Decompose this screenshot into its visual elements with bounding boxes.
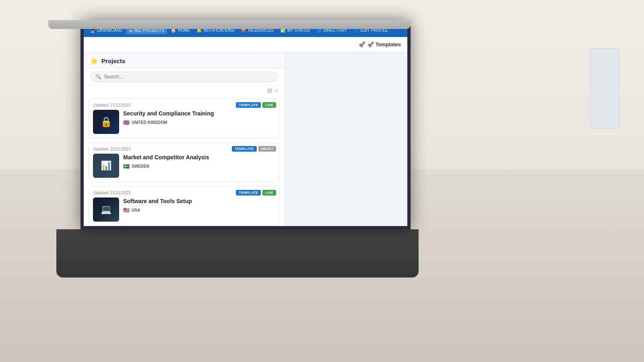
filter-row: ⊟ ↕ — [84, 86, 285, 95]
country-row-2: 🇸🇪 SWEDEN — [123, 163, 275, 169]
card-body-3: 💻 Software and Tools Setup 🇺🇸 USA — [93, 197, 275, 222]
card-badges-software: TEMPLATE LIVE — [236, 190, 276, 195]
projects-header: ⭐ Projects — [84, 52, 285, 68]
card-title-2: Market and Competitor Analysis — [123, 154, 275, 161]
filter-icon[interactable]: ⊟ — [267, 87, 272, 94]
project-card-software[interactable]: TEMPLATE LIVE Updated: 21/11/2023 💻 Soft… — [89, 186, 280, 226]
search-bar: 🔍 — [84, 68, 285, 86]
templates-button[interactable]: 🚀 🚀 Templates — [359, 41, 401, 47]
laptop-base — [48, 20, 411, 29]
project-card-market[interactable]: TEMPLATE DRAFT Updated: 21/11/2023 📊 Mar… — [89, 142, 280, 182]
country-row-3: 🇺🇸 USA — [123, 207, 275, 213]
badge-template-3: TEMPLATE — [236, 190, 261, 195]
card-badges-security: TEMPLATE LIVE — [236, 102, 276, 108]
flag-usa: 🇺🇸 — [123, 207, 130, 213]
country-label-1: UNITED KINGDOM — [132, 120, 167, 125]
sort-icon[interactable]: ↕ — [275, 87, 278, 94]
badge-live-3: LIVE — [262, 190, 276, 195]
star-icon: ⭐ — [90, 57, 98, 65]
flag-uk: 🇬🇧 — [123, 119, 130, 125]
thumbnail-security: 🔒 — [93, 110, 119, 134]
keyboard-area — [56, 229, 419, 278]
search-icon: 🔍 — [95, 74, 101, 80]
country-label-2: SWEDEN — [132, 164, 149, 169]
thumbnail-market: 📊 — [93, 154, 119, 178]
country-label-3: USA — [132, 208, 140, 212]
search-wrapper[interactable]: 🔍 — [90, 72, 278, 82]
badge-template-1: TEMPLATE — [236, 102, 261, 108]
country-row-1: 🇬🇧 UNITED KINGDOM — [123, 119, 275, 125]
badge-live-1: LIVE — [262, 102, 276, 108]
card-title-3: Software and Tools Setup — [123, 197, 275, 205]
badge-template-2: TEMPLATE — [232, 146, 257, 152]
secondary-header: 🚀 🚀 Templates — [84, 37, 407, 52]
projects-title: Projects — [101, 58, 125, 64]
card-badges-market: TEMPLATE DRAFT — [232, 146, 276, 152]
thumbnail-software: 💻 — [93, 197, 119, 222]
glass-decoration — [590, 48, 620, 129]
card-body-1: 🔒 Security and Compliance Training 🇬🇧 UN… — [93, 110, 275, 134]
card-info-1: Security and Compliance Training 🇬🇧 UNIT… — [123, 110, 275, 125]
card-body-2: 📊 Market and Competitor Analysis 🇸🇪 SWED… — [93, 154, 275, 178]
laptop-screen: 🖥️ DASHBOARD ☰ ALL PROJECTS 🏠 HOME 🔔 NOT… — [80, 20, 411, 229]
search-input[interactable] — [104, 74, 184, 80]
card-title-1: Security and Compliance Training — [123, 110, 275, 117]
projects-panel: ⭐ Projects 🔍 ⊟ ↕ — [84, 52, 285, 226]
card-info-3: Software and Tools Setup 🇺🇸 USA — [123, 197, 275, 213]
project-list: TEMPLATE LIVE Updated: 21/11/2023 🔒 Secu… — [84, 95, 285, 226]
rocket-icon: 🚀 — [359, 41, 365, 47]
badge-draft-2: DRAFT — [258, 146, 277, 152]
right-panel — [285, 52, 407, 226]
flag-sweden: 🇸🇪 — [123, 163, 130, 169]
project-card-security[interactable]: TEMPLATE LIVE Updated: 21/11/2023 🔒 Secu… — [89, 99, 280, 138]
card-info-2: Market and Competitor Analysis 🇸🇪 SWEDEN — [123, 154, 275, 169]
